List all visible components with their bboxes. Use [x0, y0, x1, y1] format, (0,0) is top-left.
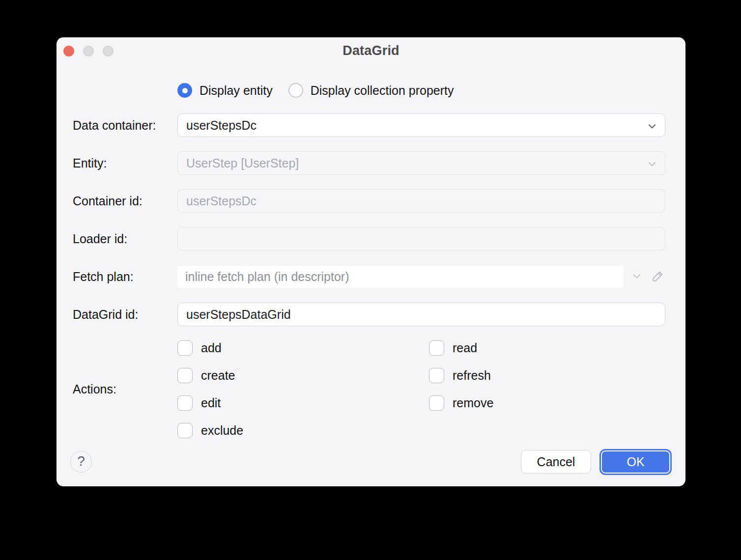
window-title: DataGrid: [342, 43, 399, 58]
refresh-checkbox-label: refresh: [453, 368, 491, 383]
fetch-plan-edit-button[interactable]: [651, 269, 665, 285]
question-mark-icon: ?: [77, 453, 85, 469]
entity-value: UserStep [UserStep]: [186, 156, 299, 170]
form: Data container: userStepsDc Entity: User…: [73, 113, 665, 438]
container-id-input: [177, 189, 665, 213]
chevron-down-icon: [630, 270, 643, 284]
footer: ? Cancel OK: [70, 450, 672, 474]
edit-checkbox[interactable]: [177, 395, 193, 411]
edit-checkbox-label: edit: [201, 396, 221, 410]
close-button[interactable]: [63, 46, 74, 56]
checkbox-row-refresh[interactable]: refresh: [429, 368, 665, 383]
actions-right-column: read refresh remove: [429, 340, 665, 411]
remove-checkbox-label: remove: [453, 396, 493, 410]
checkbox-row-create[interactable]: create: [177, 368, 429, 383]
data-container-select[interactable]: userStepsDc: [177, 113, 665, 137]
display-collection-property-label: Display collection property: [311, 84, 454, 98]
display-entity-label: Display entity: [200, 84, 273, 98]
exclude-checkbox-label: exclude: [201, 423, 243, 438]
display-entity-radio[interactable]: [177, 83, 192, 98]
read-checkbox[interactable]: [429, 340, 444, 356]
data-container-value: userStepsDc: [186, 118, 256, 133]
help-button[interactable]: ?: [70, 451, 92, 473]
checkbox-row-exclude[interactable]: exclude: [177, 423, 429, 438]
entity-label: Entity:: [73, 156, 177, 170]
chevron-down-icon: [647, 158, 657, 172]
ok-button[interactable]: OK: [601, 450, 670, 474]
entity-select: UserStep [UserStep]: [177, 151, 665, 175]
loader-id-label: Loader id:: [73, 232, 177, 246]
datagrid-id-input[interactable]: [177, 303, 665, 326]
checkbox-row-read[interactable]: read: [429, 340, 665, 356]
chevron-down-icon: [647, 120, 657, 135]
display-mode-radio-group: Display entity Display collection proper…: [177, 79, 665, 102]
loader-id-input[interactable]: [177, 227, 665, 251]
checkbox-row-remove[interactable]: remove: [429, 395, 665, 411]
fetch-plan-label: Fetch plan:: [73, 270, 177, 284]
actions-left-column: add create edit exclude: [177, 340, 429, 438]
fetch-plan-dropdown-button[interactable]: [630, 270, 643, 284]
radio-option-display-collection-property[interactable]: Display collection property: [288, 83, 454, 98]
remove-checkbox[interactable]: [429, 395, 444, 411]
container-id-label: Container id:: [73, 194, 177, 208]
add-checkbox-label: add: [201, 341, 222, 355]
display-collection-property-radio[interactable]: [288, 83, 303, 98]
cancel-button[interactable]: Cancel: [521, 450, 591, 474]
actions-label: Actions:: [73, 382, 177, 396]
data-container-label: Data container:: [73, 118, 177, 133]
datagrid-dialog: DataGrid Display entity Display collecti…: [57, 37, 685, 486]
read-checkbox-label: read: [453, 341, 477, 355]
minimize-button: [83, 46, 94, 56]
create-checkbox-label: create: [201, 368, 235, 383]
pencil-icon: [651, 269, 665, 285]
zoom-button: [103, 46, 114, 56]
fetch-plan-input[interactable]: [177, 266, 624, 288]
exclude-checkbox[interactable]: [177, 423, 193, 438]
checkbox-row-add[interactable]: add: [177, 340, 429, 356]
radio-option-display-entity[interactable]: Display entity: [177, 83, 273, 98]
datagrid-id-label: DataGrid id:: [73, 308, 177, 322]
checkbox-row-edit[interactable]: edit: [177, 395, 429, 411]
add-checkbox[interactable]: [177, 340, 193, 356]
titlebar: DataGrid: [57, 37, 685, 64]
actions-checkbox-group: add create edit exclude read: [177, 340, 665, 438]
traffic-lights: [63, 46, 114, 56]
create-checkbox[interactable]: [177, 368, 193, 383]
refresh-checkbox[interactable]: [429, 368, 444, 383]
